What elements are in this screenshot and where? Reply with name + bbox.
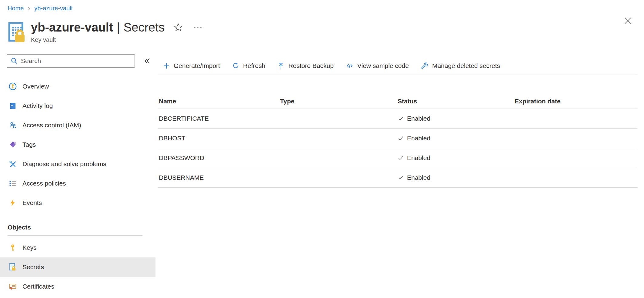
- sidebar-item-keys[interactable]: Keys: [0, 238, 155, 257]
- status-label: Enabled: [407, 174, 430, 181]
- more-actions-button[interactable]: [192, 25, 203, 30]
- sidebar-item-label: Diagnose and solve problems: [22, 160, 106, 168]
- double-chevron-left-icon: [143, 57, 151, 65]
- table-row[interactable]: DBCERTIFICATE Enabled: [158, 109, 637, 129]
- sidebar-item-secrets[interactable]: Secrets: [0, 257, 155, 277]
- code-icon: [346, 62, 354, 69]
- table-row[interactable]: DBUSERNAME Enabled: [158, 168, 637, 188]
- page-title-separator: |: [117, 21, 120, 34]
- sidebar-section-objects: Objects: [8, 220, 142, 236]
- toolbar-button-label: Generate/Import: [174, 62, 220, 69]
- sidebar-item-label: Events: [22, 199, 42, 206]
- secrets-lock-icon: [9, 263, 17, 271]
- page-title: yb-azure-vault|Secrets: [31, 20, 165, 34]
- toolbar-button-label: Manage deleted secrets: [432, 62, 500, 69]
- search-input[interactable]: [7, 54, 135, 68]
- command-bar-divider: [158, 75, 637, 75]
- sidebar-item-certificates[interactable]: Certificates: [0, 277, 155, 296]
- status-label: Enabled: [407, 154, 430, 162]
- favorite-button[interactable]: [172, 22, 184, 33]
- column-header-name: Name: [159, 98, 280, 105]
- sidebar-item-access-control-iam[interactable]: Access control (IAM): [0, 116, 155, 135]
- toolbar-button-label: Restore Backup: [288, 62, 333, 69]
- toolbar-button-label: Refresh: [243, 62, 265, 69]
- secret-name: DBUSERNAME: [159, 174, 280, 181]
- wrench-icon: [421, 62, 429, 70]
- check-icon: [398, 175, 404, 181]
- command-bar: Generate/Import Refresh Restore Backup: [158, 59, 644, 72]
- people-icon: [9, 121, 17, 129]
- sidebar-item-activity-log[interactable]: Activity log: [0, 96, 155, 116]
- close-blade-button[interactable]: [622, 15, 634, 26]
- restore-backup-button[interactable]: Restore Backup: [277, 62, 333, 69]
- resource-type-label: Key vault: [31, 36, 203, 43]
- status-label: Enabled: [407, 115, 430, 122]
- refresh-button[interactable]: Refresh: [232, 62, 265, 69]
- sidebar-item-label: Tags: [22, 141, 36, 148]
- key-icon: [9, 244, 17, 252]
- activity-log-icon: [9, 102, 17, 110]
- sidebar-item-label: Overview: [22, 83, 49, 90]
- sidebar-item-tags[interactable]: Tags: [0, 135, 155, 154]
- check-icon: [398, 116, 404, 122]
- toolbar-button-label: View sample code: [357, 62, 409, 69]
- chevron-right-icon: [27, 6, 31, 12]
- tools-icon: [9, 160, 17, 168]
- plus-icon: [163, 62, 170, 69]
- view-sample-code-button[interactable]: View sample code: [346, 62, 409, 69]
- sidebar-item-label: Secrets: [22, 263, 44, 271]
- status-badge: Enabled: [398, 135, 515, 142]
- column-header-status: Status: [398, 98, 515, 105]
- lightning-icon: [9, 199, 17, 207]
- breadcrumb-link-home[interactable]: Home: [8, 5, 24, 12]
- table-row[interactable]: DBPASSWORD Enabled: [158, 148, 637, 168]
- status-badge: Enabled: [398, 174, 515, 181]
- secrets-table: Name Type Status Expiration date DBCERTI…: [158, 94, 644, 188]
- checklist-icon: [9, 179, 17, 187]
- blade-menu: Overview Activity log: [0, 54, 158, 296]
- page-title-primary: yb-azure-vault: [31, 21, 113, 34]
- table-header-row: Name Type Status Expiration date: [158, 94, 637, 109]
- sidebar-item-overview[interactable]: Overview: [0, 77, 155, 96]
- sidebar-item-access-policies[interactable]: Access policies: [0, 174, 155, 193]
- collapse-menu-button[interactable]: [142, 55, 152, 66]
- status-label: Enabled: [407, 135, 430, 142]
- close-icon: [623, 16, 632, 25]
- sidebar-item-label: Activity log: [22, 102, 53, 109]
- secret-name: DBPASSWORD: [159, 154, 280, 162]
- breadcrumb: Home yb-azure-vault: [0, 0, 644, 12]
- overview-key-icon: [9, 82, 17, 90]
- sidebar-item-label: Access policies: [22, 180, 66, 187]
- sidebar-item-label: Certificates: [22, 283, 54, 290]
- restore-backup-icon: [277, 62, 285, 69]
- breadcrumb-link-vault[interactable]: yb-azure-vault: [34, 5, 73, 12]
- check-icon: [398, 135, 404, 142]
- ellipsis-icon: [194, 26, 202, 29]
- secret-name: DBCERTIFICATE: [159, 115, 280, 122]
- search-icon: [10, 57, 18, 66]
- secrets-blade-content: Generate/Import Refresh Restore Backup: [158, 54, 644, 296]
- sidebar-item-diagnose[interactable]: Diagnose and solve problems: [0, 154, 155, 174]
- status-badge: Enabled: [398, 115, 515, 122]
- star-icon: [174, 23, 183, 32]
- generate-import-button[interactable]: Generate/Import: [163, 62, 220, 69]
- sidebar-item-events[interactable]: Events: [0, 193, 155, 213]
- column-header-expiration: Expiration date: [515, 98, 637, 105]
- sidebar-item-label: Access control (IAM): [22, 122, 81, 129]
- secret-name: DBHOST: [159, 135, 280, 142]
- tag-icon: [9, 141, 17, 149]
- page-title-secondary: Secrets: [124, 21, 165, 34]
- status-badge: Enabled: [398, 154, 515, 162]
- table-row[interactable]: DBHOST Enabled: [158, 129, 637, 148]
- check-icon: [398, 155, 404, 161]
- refresh-icon: [232, 62, 239, 69]
- blade-header: yb-azure-vault|Secrets Key vault: [8, 20, 637, 45]
- column-header-type: Type: [280, 98, 398, 105]
- key-vault-icon: [8, 21, 27, 45]
- certificate-icon: [9, 283, 17, 290]
- manage-deleted-secrets-button[interactable]: Manage deleted secrets: [421, 62, 500, 70]
- sidebar-item-label: Keys: [22, 244, 37, 251]
